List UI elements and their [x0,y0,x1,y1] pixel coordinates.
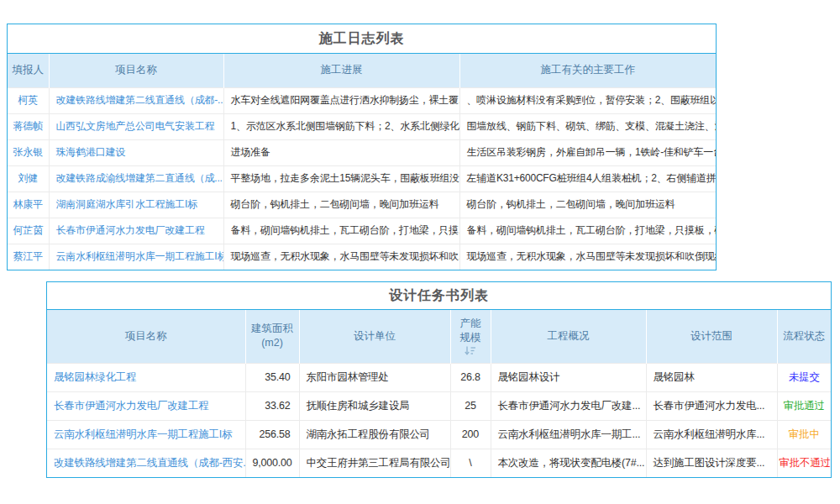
status-badge: 审批中 [777,420,831,449]
project-link[interactable]: 改建铁路线增建第二线直通线（成都-... [49,87,223,113]
page: 施工日志列表 填报人 项目名称 施工进展 施工有关的主要工作 柯英改建铁路线增建… [0,0,840,504]
project-link[interactable]: 改建铁路成渝线增建第二直通线（成... [49,165,223,192]
project-link[interactable]: 长春市伊通河水力发电厂改建工程 [49,218,223,244]
area-value: 35.40 [245,363,299,391]
column-header-building-area: 建筑面积 (m2) [245,310,299,363]
table-row: 改建铁路线增建第二线直通线（成都-西安...9,000.00中交王府井第三工程局… [47,449,831,477]
designer-text: 东阳市园林管理处 [299,363,450,391]
main-work-text: 、喷淋设施材料没有采购到位，暂停安装；2、围蔽班组以货... [459,87,716,113]
main-work-text: 生活区吊装彩钢房，外雇自卸吊一辆，1铁岭-佳和铲车一台 [459,139,716,165]
main-work-text: 砌台阶，钩机排土，二包砌间墙，晚间加班运料 [459,192,716,218]
column-header-label: 项目名称 [125,330,167,342]
column-header-capacity-scale[interactable]: 产能 规模 [450,310,491,363]
design-task-table: 项目名称 建筑面积 (m2) 设计单位 产能 规模 [47,310,831,477]
main-work-text: 围墙放线、钢筋下料、砌筑、绑筋、支模、混凝土浇注、清... [459,113,716,139]
project-link[interactable]: 云南水利枢纽潜明水库一期工程施工I标 [47,420,245,449]
main-work-text: 备料，砌间墙钩机排土，瓦工砌台阶，打地梁，只摸板，砌... [459,218,716,244]
table-row: 柯英改建铁路线增建第二线直通线（成都-...水车对全线遮阳网覆盖点进行洒水抑制扬… [8,87,716,113]
project-link[interactable]: 山西弘文房地产总公司电气安装工程 [49,113,223,139]
column-header-project-overview: 工程概况 [491,310,646,363]
overview-text: 本次改造，将现状变配电楼(7#... [491,449,646,477]
table-row: 刘健改建铁路成渝线增建第二直通线（成...平整场地，拉走多余泥土15辆泥头车，围… [8,165,716,192]
header-row: 填报人 项目名称 施工进展 施工有关的主要工作 [8,54,716,87]
status-badge: 审批不通过 [777,449,831,477]
area-value: 33.62 [245,391,299,420]
column-header-design-unit: 设计单位 [299,310,450,363]
scope-text: 达到施工图设计深度要... [646,449,777,477]
designer-text: 湖南永拓工程股份有限公司 [299,420,450,449]
progress-text: 平整场地，拉走多余泥土15辆泥头车，围蔽板班组没... [223,165,459,192]
overview-text: 晟铭园林设计 [491,363,646,391]
scope-text: 云南水利枢纽潜明水库... [646,420,777,449]
status-badge: 审批通过 [777,391,831,420]
reporter-link[interactable]: 蔡江平 [8,244,49,270]
table-row: 张永银珠海鹤港口建设进场准备生活区吊装彩钢房，外雇自卸吊一辆，1铁岭-佳和铲车一… [8,139,716,165]
scope-text: 晟铭园林 [646,363,777,391]
capacity-value: \ [450,449,491,477]
reporter-link[interactable]: 张永银 [8,139,49,165]
scope-text: 长春市伊通河水力发电... [646,391,777,420]
design-task-title: 设计任务书列表 [47,282,831,310]
capacity-value: 200 [450,420,491,449]
table-row: 蒋德帧山西弘文房地产总公司电气安装工程1、示范区水系北侧围墙钢筋下料；2、水系北… [8,113,716,139]
status-badge: 未提交 [777,363,831,391]
sort-amount-icon[interactable] [465,346,476,355]
table-row: 晟铭园林绿化工程35.40东阳市园林管理处26.8晟铭园林设计晟铭园林未提交 [47,363,831,391]
construction-log-panel: 施工日志列表 填报人 项目名称 施工进展 施工有关的主要工作 柯英改建铁路线增建… [7,24,717,270]
project-link[interactable]: 长春市伊通河水力发电厂改建工程 [47,391,245,420]
progress-text: 备料，砌间墙钩机排土，瓦工砌台阶，打地梁，只摸... [223,218,459,244]
progress-text: 砌台阶，钩机排土，二包砌间墙，晚间加班运料 [223,192,459,218]
project-link[interactable]: 湖南洞庭湖水库引水工程施工I标 [49,192,223,218]
reporter-link[interactable]: 林康平 [8,192,49,218]
project-link[interactable]: 云南水利枢纽潜明水库一期工程施工I标 [49,244,223,270]
design-task-panel: 设计任务书列表 项目名称 建筑面积 (m2) 设计单位 [46,281,832,478]
column-header-label: 建筑面积 (m2) [251,323,293,349]
column-header-label: 流程状态 [783,330,825,342]
reporter-link[interactable]: 蒋德帧 [8,113,49,139]
capacity-value: 26.8 [450,363,491,391]
column-header-main-work: 施工有关的主要工作 [459,54,716,87]
designer-text: 抚顺住房和城乡建设局 [299,391,450,420]
project-link[interactable]: 改建铁路线增建第二线直通线（成都-西安... [47,449,245,477]
column-header-label: 设计单位 [354,330,396,342]
column-header-label: 产能 规模 [460,318,481,344]
area-value: 256.58 [245,420,299,449]
header-row: 项目名称 建筑面积 (m2) 设计单位 产能 规模 [47,310,831,363]
main-work-text: 现场巡查，无积水现象，水马围壁等未发现损坏和吹倒现象 ... [459,244,716,270]
progress-text: 进场准备 [223,139,459,165]
table-row: 长春市伊通河水力发电厂改建工程33.62抚顺住房和城乡建设局25长春市伊通河水力… [47,391,831,420]
progress-text: 现场巡查，无积水现象，水马围壁等未发现损坏和吹... [223,244,459,270]
construction-log-title: 施工日志列表 [8,24,716,54]
column-header-label: 设计范围 [690,330,732,342]
overview-text: 长春市伊通河水力发电厂改建... [491,391,646,420]
project-link[interactable]: 珠海鹤港口建设 [49,139,223,165]
reporter-link[interactable]: 何芷茵 [8,218,49,244]
reporter-link[interactable]: 柯英 [8,87,49,113]
table-row: 云南水利枢纽潜明水库一期工程施工I标256.58湖南永拓工程股份有限公司200云… [47,420,831,449]
capacity-value: 25 [450,391,491,420]
reporter-link[interactable]: 刘健 [8,165,49,192]
table-row: 林康平湖南洞庭湖水库引水工程施工I标砌台阶，钩机排土，二包砌间墙，晚间加班运料砌… [8,192,716,218]
column-header-project-name: 项目名称 [49,54,223,87]
designer-text: 中交王府井第三工程局有限公司 [299,449,450,477]
construction-log-table: 填报人 项目名称 施工进展 施工有关的主要工作 柯英改建铁路线增建第二线直通线（… [8,54,716,270]
area-value: 9,000.00 [245,449,299,477]
column-header-reporter: 填报人 [8,54,49,87]
progress-text: 水车对全线遮阳网覆盖点进行洒水抑制扬尘，裸土覆... [223,87,459,113]
progress-text: 1、示范区水系北侧围墙钢筋下料；2、水系北侧绿化... [223,113,459,139]
table-row: 蔡江平云南水利枢纽潜明水库一期工程施工I标现场巡查，无积水现象，水马围壁等未发现… [8,244,716,270]
overview-text: 云南水利枢纽潜明水库一期工... [491,420,646,449]
column-header-design-scope: 设计范围 [646,310,777,363]
column-header-label: 工程概况 [548,330,590,342]
column-header-progress: 施工进展 [223,54,459,87]
project-link[interactable]: 晟铭园林绿化工程 [47,363,245,391]
column-header-process-status: 流程状态 [777,310,831,363]
table-row: 何芷茵长春市伊通河水力发电厂改建工程备料，砌间墙钩机排土，瓦工砌台阶，打地梁，只… [8,218,716,244]
column-header-project-name: 项目名称 [47,310,245,363]
main-work-text: 左辅道K31+600CFG桩班组4人组装桩机；2、右侧辅道拼宽... [459,165,716,192]
